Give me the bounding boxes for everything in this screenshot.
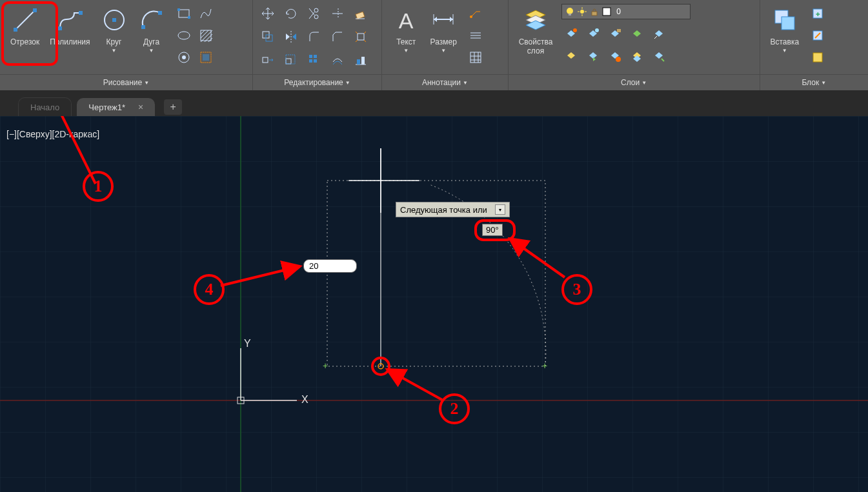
text-icon: A	[392, 6, 419, 34]
chevron-down-icon: ▼	[149, 48, 154, 54]
svg-rect-11	[188, 16, 190, 19]
svg-rect-40	[470, 52, 481, 63]
chamfer-button[interactable]	[328, 27, 347, 46]
new-tab-button[interactable]: +	[164, 99, 182, 115]
point-button[interactable]	[174, 48, 194, 67]
offset-button[interactable]	[328, 50, 347, 70]
tab-start[interactable]: Начало	[18, 97, 72, 116]
scale-button[interactable]	[281, 50, 301, 70]
svg-rect-10	[177, 8, 180, 11]
svg-rect-27	[286, 59, 291, 64]
document-tabs: Начало Чертеж1* × +	[0, 90, 868, 116]
svg-rect-34	[361, 57, 365, 64]
svg-rect-4	[79, 11, 83, 15]
drawing-canvas[interactable]: [−][Сверху][2D-каркас] X Y	[0, 116, 868, 492]
svg-text:+: +	[542, 360, 547, 371]
explode-button[interactable]	[351, 27, 370, 46]
edit-attribute-button[interactable]	[808, 48, 827, 67]
array-button[interactable]	[305, 50, 324, 70]
panel-title-block-label: Блок	[802, 78, 819, 87]
align-button[interactable]	[351, 50, 370, 70]
hatch-button[interactable]	[196, 26, 216, 45]
arc-button[interactable]: Дуга ▼	[136, 5, 168, 55]
panel-title-layers[interactable]: Слои▼	[509, 74, 760, 90]
callout-ring-2	[371, 357, 390, 376]
region-button[interactable]	[196, 48, 216, 67]
layer-walk-button[interactable]	[627, 46, 647, 66]
dynamic-input-dropdown-icon[interactable]: ▾	[495, 204, 505, 215]
trim-button[interactable]	[305, 4, 324, 23]
edit-block-button[interactable]	[808, 26, 827, 45]
mleader-button[interactable]	[466, 26, 485, 45]
spline-button[interactable]	[196, 4, 216, 23]
ribbon-toolbar: Отрезок Полилиния Круг ▼ Дуга ▼	[0, 0, 868, 90]
dimension-button[interactable]: Размер ▼	[427, 5, 459, 55]
layers-stack-icon	[522, 6, 549, 34]
rotate-button[interactable]	[281, 4, 301, 23]
svg-rect-33	[357, 59, 360, 64]
layer-freeze-button[interactable]	[583, 25, 603, 44]
dynamic-input-tooltip: Следующая точка или ▾	[396, 202, 510, 217]
tab-drawing1[interactable]: Чертеж1* ×	[77, 98, 155, 116]
circle-icon	[101, 6, 128, 34]
svg-rect-60	[0, 116, 868, 492]
erase-button[interactable]	[351, 4, 370, 23]
tab-start-label: Начало	[30, 103, 59, 112]
text-button[interactable]: A Текст ▼	[390, 5, 422, 55]
callout-ring-3	[474, 219, 516, 241]
panel-title-modify[interactable]: Редактирование▼	[253, 74, 381, 90]
svg-rect-6	[112, 18, 116, 22]
layer-change-button[interactable]	[649, 46, 669, 66]
stretch-button[interactable]	[258, 50, 278, 70]
move-button[interactable]	[258, 4, 278, 23]
panel-title-draw[interactable]: Рисование▼	[0, 74, 252, 90]
svg-rect-49	[603, 8, 611, 15]
svg-point-19	[314, 15, 318, 19]
extend-button[interactable]	[328, 4, 347, 23]
panel-title-block[interactable]: Блок▼	[760, 74, 869, 90]
create-block-button[interactable]: ✚	[808, 4, 827, 23]
close-icon[interactable]: ×	[138, 102, 143, 112]
current-layer-name: 0	[616, 7, 621, 16]
table-button[interactable]	[466, 48, 485, 67]
layer-make-current-button[interactable]	[627, 25, 647, 44]
panel-title-annotation-label: Аннотации	[422, 78, 461, 87]
insert-block-button[interactable]: Вставка ▼	[768, 5, 802, 55]
length-input[interactable]: 20	[303, 259, 357, 273]
svg-rect-3	[58, 26, 62, 30]
layer-state-button[interactable]	[605, 46, 625, 66]
ellipse-button[interactable]	[174, 26, 194, 45]
dynamic-input-prompt: Следующая точка или	[400, 205, 487, 215]
layer-previous-button[interactable]	[583, 46, 603, 66]
layer-isolate-button[interactable]	[561, 46, 581, 66]
svg-rect-13	[201, 30, 211, 41]
layer-match-button[interactable]	[649, 25, 669, 44]
panel-title-modify-label: Редактирование	[284, 78, 343, 87]
svg-rect-32	[314, 59, 317, 63]
chevron-down-icon: ▼	[782, 48, 787, 54]
arc-label: Дуга	[143, 37, 159, 46]
svg-point-53	[616, 57, 621, 62]
layer-dropdown[interactable]: 0	[561, 4, 691, 19]
chevron-down-icon: ▼	[441, 48, 446, 54]
copy-button[interactable]	[258, 27, 278, 46]
layer-lock-button[interactable]	[605, 25, 625, 44]
color-swatch-icon	[601, 6, 612, 17]
panel-title-layers-label: Слои	[621, 78, 640, 87]
svg-rect-48	[592, 12, 597, 15]
leader-button[interactable]	[466, 4, 485, 23]
canvas-svg: X Y + +	[0, 116, 868, 492]
mirror-button[interactable]	[281, 27, 301, 46]
svg-point-14	[182, 55, 186, 59]
rectangle-button[interactable]	[174, 4, 194, 23]
svg-rect-31	[309, 59, 312, 63]
panel-title-annotation[interactable]: Аннотации▼	[382, 74, 507, 90]
circle-button[interactable]: Круг ▼	[98, 5, 130, 55]
fillet-button[interactable]	[305, 27, 324, 46]
layer-properties-label: Свойства слоя	[519, 37, 553, 55]
chevron-down-icon: ▼	[112, 48, 117, 54]
layer-off-button[interactable]	[561, 25, 581, 44]
layer-properties-button[interactable]: Свойства слоя	[516, 5, 556, 57]
callout-number-4: 4	[194, 274, 225, 305]
svg-text:Y: Y	[244, 338, 251, 349]
